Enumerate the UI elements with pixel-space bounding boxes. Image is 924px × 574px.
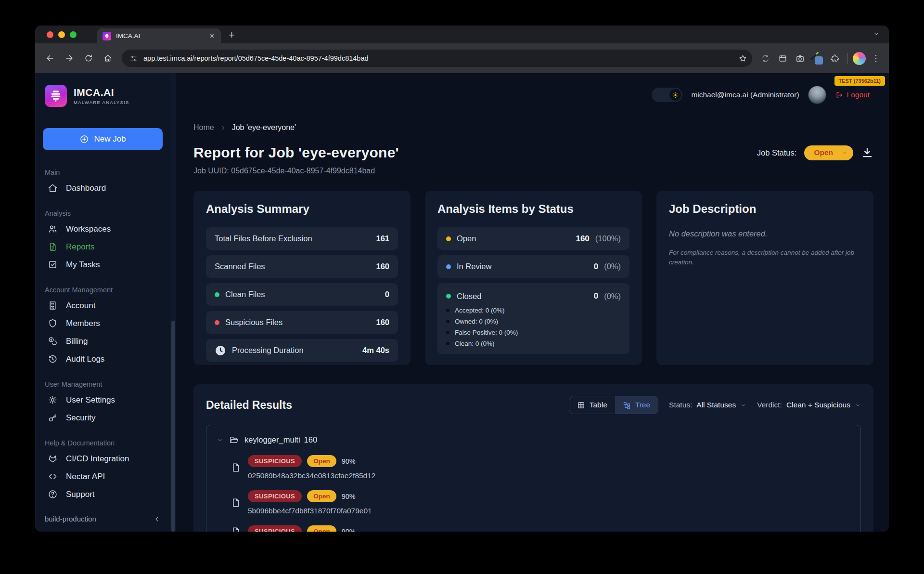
collapse-sidebar-icon[interactable]: [153, 515, 161, 523]
status-filter[interactable]: Status: All Statuses: [669, 401, 746, 409]
brand[interactable]: IMCA.AI MALWARE ANALYSIS: [35, 73, 170, 107]
tree-view-label: Tree: [635, 401, 650, 409]
bullet-dot: [446, 331, 449, 334]
sidebar-item-nectar-api[interactable]: Nectar API: [35, 468, 170, 485]
title-row: Report for Job 'eye-everyone' Job Status…: [193, 144, 873, 161]
site-info-icon[interactable]: [129, 54, 138, 63]
summary-row: Scanned Files 160: [206, 255, 398, 278]
verdict-filter[interactable]: Verdict: Clean + Suspicious: [757, 401, 861, 409]
sidebar-item-label: Audit Logs: [66, 354, 104, 364]
sidebar-item-label: Account: [66, 301, 95, 311]
status-badge: Open: [307, 490, 336, 502]
summary-row-label: Clean Files: [225, 290, 379, 299]
status-dot: [215, 292, 219, 297]
back-icon: [45, 53, 55, 63]
minimize-window-button[interactable]: [58, 31, 65, 38]
check-square-icon: [48, 260, 58, 270]
tree-folder-row[interactable]: keylogger_multi 160: [217, 435, 850, 445]
sidebar-item-dashboard[interactable]: Dashboard: [35, 179, 170, 197]
tree-view-button[interactable]: Tree: [615, 396, 658, 414]
confidence-value: 90%: [342, 528, 356, 532]
tab-close-icon[interactable]: ×: [208, 31, 216, 41]
status-row-pct: (0%): [604, 262, 621, 271]
verdict-badge: SUSPICIOUS: [248, 525, 302, 532]
sidebar-item-ci-cd-integration[interactable]: CI/CD Integration: [35, 450, 170, 468]
sidebar-item-billing[interactable]: Billing: [35, 332, 170, 350]
bullet-dot: [446, 320, 449, 323]
sidebar-item-workspaces[interactable]: Workspaces: [35, 220, 170, 238]
url-text[interactable]: app.test.imca.ai/reports/report/05d675ce…: [143, 54, 732, 62]
status-badge: Open: [307, 455, 336, 467]
sidebar-item-user-settings[interactable]: User Settings: [35, 391, 170, 409]
clock-icon: [215, 345, 226, 356]
sidebar-item-members[interactable]: Members: [35, 314, 170, 332]
new-tab-button[interactable]: +: [229, 30, 235, 40]
confidence-value: 90%: [342, 493, 356, 500]
tab-search-icon[interactable]: [873, 30, 880, 38]
status-row-value: 0: [594, 262, 598, 272]
sidebar-item-account[interactable]: Account: [35, 297, 170, 314]
theme-toggle[interactable]: [652, 88, 682, 102]
job-status-dropdown[interactable]: Open: [804, 145, 853, 160]
reload-button[interactable]: [79, 49, 98, 67]
file-row-body: SUSPICIOUS Open 90% 5b096bbe4cf7db8f3187…: [248, 490, 372, 515]
bullet-dot: [446, 342, 449, 345]
sidebar-item-reports[interactable]: Reports: [35, 238, 170, 256]
bookmark-star-icon[interactable]: [738, 54, 747, 63]
scrollbar-track[interactable]: [170, 73, 176, 532]
logout-button[interactable]: Logout: [835, 91, 870, 99]
file-badges: SUSPICIOUS Open 90%: [248, 525, 356, 532]
breadcrumb-home[interactable]: Home: [193, 123, 214, 132]
results-tree: keylogger_multi 160 SUSPICIOUS Open 90% …: [206, 425, 861, 532]
status-row-pct: (100%): [595, 234, 621, 243]
close-window-button[interactable]: [47, 31, 53, 38]
forward-button[interactable]: [60, 49, 78, 67]
table-view-button[interactable]: Table: [569, 396, 615, 414]
view-toggle: Table Tree: [569, 396, 658, 414]
browser-profile-avatar[interactable]: [853, 52, 866, 65]
sidebar-item-label: Nectar API: [66, 472, 105, 482]
user-avatar[interactable]: [808, 86, 826, 104]
file-row[interactable]: SUSPICIOUS Open 90% 5b096bbe4cf7db8f3187…: [231, 490, 850, 515]
file-row-body: SUSPICIOUS Open 90%: [248, 525, 356, 532]
file-hash: 5b096bbe4cf7db8f31870f70fa079e01: [248, 507, 372, 515]
download-report-button[interactable]: [861, 146, 873, 159]
chevron-down-icon: [841, 149, 847, 156]
back-button[interactable]: [41, 49, 59, 67]
maximize-window-button[interactable]: [70, 31, 77, 38]
home-button[interactable]: [99, 49, 117, 67]
sidebar-section-title: User Management: [35, 378, 170, 391]
key-icon: [48, 413, 58, 423]
extensions-button[interactable]: [826, 50, 843, 66]
browser-menu-button[interactable]: ⋮: [867, 53, 883, 64]
sidebar-item-my-tasks[interactable]: My Tasks: [35, 256, 170, 274]
logout-icon: [835, 91, 843, 99]
chevron-down-icon: [855, 402, 861, 408]
job-uuid: Job UUID: 05d675ce-45de-40ac-8957-4f99dc…: [193, 167, 873, 175]
plus-circle-icon: [79, 134, 89, 144]
file-icon: [231, 526, 241, 532]
verdict-badge: SUSPICIOUS: [248, 455, 302, 467]
sync-extension-button[interactable]: [757, 50, 773, 66]
confidence-value: 90%: [342, 457, 356, 465]
history-icon: [48, 354, 58, 364]
browser-tab[interactable]: IMCA.AI ×: [97, 28, 221, 43]
sidebar-item-support[interactable]: Support: [35, 485, 170, 503]
address-bar[interactable]: app.test.imca.ai/reports/report/05d675ce…: [122, 50, 752, 67]
summary-row-value: 161: [376, 234, 389, 243]
file-row[interactable]: SUSPICIOUS Open 90%: [231, 525, 850, 532]
brand-name: IMCA.AI: [74, 87, 129, 98]
sidebar-item-audit-logs[interactable]: Audit Logs: [35, 350, 170, 368]
summary-row-label: Scanned Files: [215, 262, 370, 271]
job-status-control: Job Status: Open: [757, 145, 873, 160]
screenshot-extension-button[interactable]: [792, 50, 808, 66]
analysis-summary-card: Analysis Summary Total Files Before Excl…: [193, 191, 411, 365]
file-row[interactable]: SUSPICIOUS Open 90% 025089b48a32bc34e081…: [231, 455, 850, 480]
new-job-button[interactable]: New Job: [43, 128, 163, 150]
window-extension-button[interactable]: [774, 50, 791, 66]
scrollbar-thumb[interactable]: [171, 321, 175, 532]
colorpicker-extension-button[interactable]: [809, 50, 825, 66]
sidebar-item-security[interactable]: Security: [35, 409, 170, 427]
status-substats: Accepted: 0 (0%) Owned: 0 (0%) False Pos…: [446, 307, 621, 347]
tree-files: SUSPICIOUS Open 90% 025089b48a32bc34e081…: [217, 455, 850, 532]
